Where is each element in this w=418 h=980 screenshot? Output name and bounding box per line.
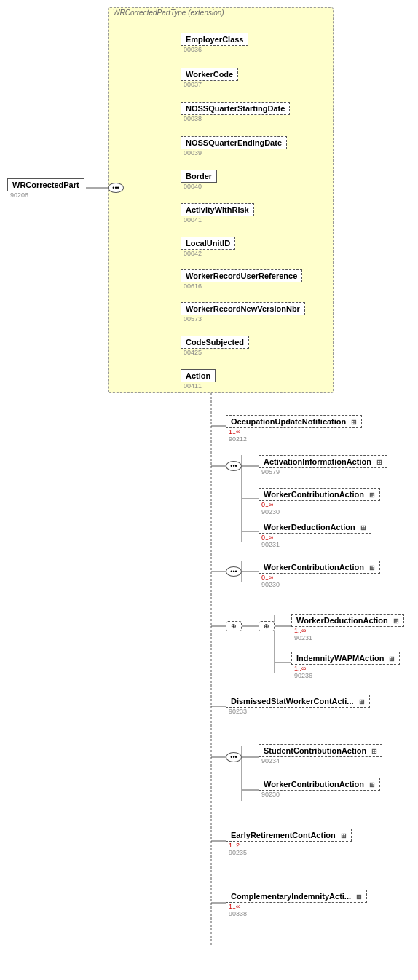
root-node[interactable]: WRCorrectedPart bbox=[7, 178, 84, 191]
worker-code-node[interactable]: WorkerCode bbox=[181, 68, 238, 81]
activation-wrapper: ActivationInformationAction ⊞ 90579 bbox=[259, 455, 387, 475]
wca-group1-id: 90230 bbox=[259, 508, 280, 515]
action-node[interactable]: Action bbox=[181, 369, 216, 382]
employer-class-node[interactable]: EmployerClass bbox=[181, 33, 248, 46]
wca-student-wrapper: WorkerContributionAction ⊞ 90230 bbox=[259, 778, 380, 798]
choice-connector-inner[interactable]: ⊕ bbox=[259, 621, 275, 631]
wr-version-wrapper: WorkerRecordNewVersionNbr 00573 bbox=[181, 302, 305, 323]
noss-start-node[interactable]: NOSSQuarterStartingDate bbox=[181, 102, 290, 115]
wda-choice-id: 90231 bbox=[291, 634, 312, 641]
action-id: 00411 bbox=[181, 382, 202, 390]
activity-risk-node[interactable]: ActivityWithRisk bbox=[181, 203, 254, 216]
border-node[interactable]: Border bbox=[181, 170, 217, 183]
seq-connector-group1[interactable]: ••• bbox=[226, 461, 242, 471]
activity-risk-id: 00041 bbox=[181, 216, 202, 224]
root-node-wrapper: WRCorrectedPart 90206 bbox=[7, 178, 84, 199]
border-id: 00040 bbox=[181, 183, 202, 190]
occupation-node[interactable]: OccupationUpdateNotification ⊞ bbox=[226, 415, 362, 428]
wr-user-ref-node[interactable]: WorkerRecordUserReference bbox=[181, 269, 302, 282]
diagram-container: WRCorrectedPartType (extension) WRCorrec… bbox=[0, 0, 418, 980]
noss-end-wrapper: NOSSQuarterEndingDate 00039 bbox=[181, 136, 287, 157]
student-contrib-wrapper: StudentContributionAction ⊞ 90234 bbox=[259, 744, 382, 764]
activation-node[interactable]: ActivationInformationAction ⊞ bbox=[259, 455, 387, 468]
border-wrapper: Border 00040 bbox=[181, 170, 217, 190]
wca-student-id: 90230 bbox=[259, 791, 280, 798]
complementary-wrapper: ComplementaryIndemnityActi... ⊞ 1..∞ 903… bbox=[226, 890, 367, 917]
wr-version-id: 00573 bbox=[181, 315, 202, 323]
wda-choice-wrapper: WorkerDeductionAction ⊞ 1..∞ 90231 bbox=[291, 614, 404, 641]
root-node-id: 90206 bbox=[7, 191, 28, 199]
employer-class-id: 00036 bbox=[181, 46, 202, 53]
local-unit-wrapper: LocalUnitID 00042 bbox=[181, 237, 235, 257]
wda-group1-mult: 0..∞ bbox=[259, 534, 273, 541]
worker-code-wrapper: WorkerCode 00037 bbox=[181, 68, 238, 88]
dismissed-wrapper: DismissedStatWorkerContActi... ⊞ 90233 bbox=[226, 695, 370, 715]
seq-connector-student[interactable]: ••• bbox=[226, 752, 242, 762]
complementary-mult: 1..∞ bbox=[226, 903, 240, 910]
early-retirement-mult: 1..2 bbox=[226, 842, 240, 849]
local-unit-node[interactable]: LocalUnitID bbox=[181, 237, 235, 250]
wca-group2-mult: 0..∞ bbox=[259, 574, 273, 581]
noss-end-node[interactable]: NOSSQuarterEndingDate bbox=[181, 136, 287, 149]
seq-connector-group2[interactable]: ••• bbox=[226, 566, 242, 577]
noss-start-wrapper: NOSSQuarterStartingDate 00038 bbox=[181, 102, 290, 122]
occupation-id: 90212 bbox=[226, 435, 247, 443]
action-wrapper: Action 00411 bbox=[181, 369, 216, 390]
indemnity-node[interactable]: IndemnityWAPMAction ⊞ bbox=[291, 652, 400, 665]
wda-group1-node[interactable]: WorkerDeductionAction ⊞ bbox=[259, 521, 371, 534]
choice-connector-outer[interactable]: ⊕ bbox=[226, 621, 242, 631]
wca-group1-wrapper: WorkerContributionAction ⊞ 0..∞ 90230 bbox=[259, 488, 380, 515]
indemnity-wrapper: IndemnityWAPMAction ⊞ 1..∞ 90236 bbox=[291, 652, 400, 679]
complementary-id: 90338 bbox=[226, 910, 247, 917]
worker-code-id: 00037 bbox=[181, 81, 202, 88]
wr-user-ref-id: 00616 bbox=[181, 282, 202, 290]
wca-group2-id: 90230 bbox=[259, 581, 280, 588]
wca-group1-mult: 0..∞ bbox=[259, 501, 273, 508]
indemnity-mult: 1..∞ bbox=[291, 665, 306, 672]
employer-class-wrapper: EmployerClass 00036 bbox=[181, 33, 248, 53]
occupation-mult: 1..∞ bbox=[226, 428, 240, 435]
student-contrib-node[interactable]: StudentContributionAction ⊞ bbox=[259, 744, 382, 757]
code-subjected-id: 00425 bbox=[181, 349, 202, 356]
complementary-node[interactable]: ComplementaryIndemnityActi... ⊞ bbox=[226, 890, 367, 903]
local-unit-id: 00042 bbox=[181, 250, 202, 257]
noss-start-id: 00038 bbox=[181, 115, 202, 122]
dismissed-node[interactable]: DismissedStatWorkerContActi... ⊞ bbox=[226, 695, 370, 708]
wda-choice-mult: 1..∞ bbox=[291, 627, 306, 634]
early-retirement-wrapper: EarlyRetirementContAction ⊞ 1..2 90235 bbox=[226, 829, 352, 856]
wr-version-node[interactable]: WorkerRecordNewVersionNbr bbox=[181, 302, 305, 315]
wda-choice-node[interactable]: WorkerDeductionAction ⊞ bbox=[291, 614, 404, 627]
dismissed-id: 90233 bbox=[226, 708, 247, 715]
extension-label: WRCorrectedPartType (extension) bbox=[113, 9, 224, 17]
seq-connector-root[interactable]: ••• bbox=[108, 183, 124, 193]
wca-group1-node[interactable]: WorkerContributionAction ⊞ bbox=[259, 488, 380, 501]
activation-id: 90579 bbox=[259, 468, 280, 475]
early-retirement-node[interactable]: EarlyRetirementContAction ⊞ bbox=[226, 829, 352, 842]
wca-group2-node[interactable]: WorkerContributionAction ⊞ bbox=[259, 561, 380, 574]
activity-risk-wrapper: ActivityWithRisk 00041 bbox=[181, 203, 254, 224]
wr-user-ref-wrapper: WorkerRecordUserReference 00616 bbox=[181, 269, 302, 290]
early-retirement-id: 90235 bbox=[226, 849, 247, 856]
indemnity-id: 90236 bbox=[291, 672, 312, 679]
student-contrib-id: 90234 bbox=[259, 757, 280, 764]
code-subjected-wrapper: CodeSubjected 00425 bbox=[181, 336, 249, 356]
wca-student-node[interactable]: WorkerContributionAction ⊞ bbox=[259, 778, 380, 791]
code-subjected-node[interactable]: CodeSubjected bbox=[181, 336, 249, 349]
wda-group1-id: 90231 bbox=[259, 541, 280, 548]
wca-group2-wrapper: WorkerContributionAction ⊞ 0..∞ 90230 bbox=[259, 561, 380, 588]
noss-end-id: 00039 bbox=[181, 149, 202, 157]
occupation-wrapper: OccupationUpdateNotification ⊞ 1..∞ 9021… bbox=[226, 415, 362, 443]
wda-group1-wrapper: WorkerDeductionAction ⊞ 0..∞ 90231 bbox=[259, 521, 371, 548]
